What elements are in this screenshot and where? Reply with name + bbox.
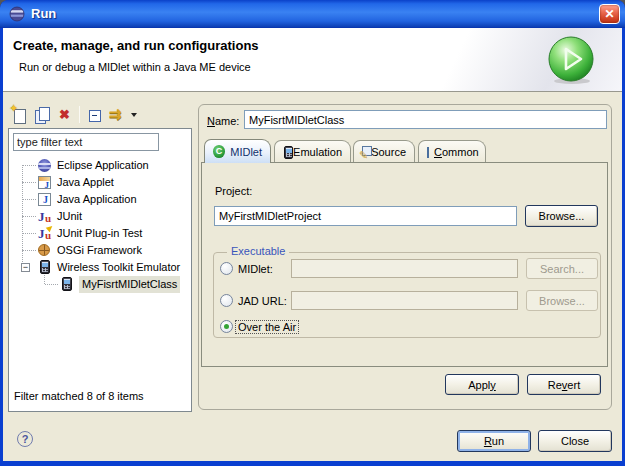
tree-connector — [22, 182, 36, 183]
duplicate-configuration-button[interactable] — [31, 105, 53, 125]
run-button[interactable]: Run — [457, 430, 531, 452]
filter-status-text: Filter matched 8 of 8 items — [14, 390, 144, 402]
eclipse-application-icon — [37, 158, 53, 173]
delete-configuration-button[interactable] — [55, 105, 77, 125]
junit-icon — [37, 209, 53, 224]
tree-connector — [22, 199, 36, 200]
tab-emulation[interactable]: Emulation — [274, 140, 351, 163]
window-title: Run — [31, 0, 56, 27]
tab-label: Emulation — [293, 146, 342, 158]
phone-icon — [59, 277, 75, 292]
midlet-icon — [213, 145, 225, 158]
close-button[interactable]: Close — [538, 430, 612, 452]
name-label: Name: — [207, 115, 239, 127]
java-application-icon — [37, 192, 53, 207]
filter-dropdown-arrow-icon[interactable] — [131, 113, 137, 117]
common-icon — [427, 147, 429, 158]
toolbar-separator — [79, 106, 80, 123]
tab-midlet[interactable]: MIDlet — [204, 139, 271, 163]
tab-label: Common — [434, 146, 479, 158]
run-banner-icon — [546, 35, 596, 85]
close-window-button[interactable]: ✕ — [599, 4, 620, 24]
tree-item-java-applet[interactable]: Java Applet — [9, 174, 191, 191]
tree-connector — [22, 216, 36, 217]
run-dialog-window: Run ✕ Create, manage, and run configurat… — [0, 0, 625, 466]
banner-header: Create, manage, and run configurations R… — [3, 28, 622, 92]
tree-item-java-application[interactable]: Java Application — [9, 191, 191, 208]
source-icon — [362, 145, 366, 159]
banner-subtitle: Run or debug a MIDlet within a Java ME d… — [19, 61, 251, 73]
tree-item-junit-plugin-test[interactable]: JUnit Plug-in Test — [9, 225, 191, 242]
filter-input[interactable] — [13, 133, 159, 151]
collapse-all-button[interactable] — [84, 105, 106, 125]
apply-button[interactable]: Apply — [445, 374, 519, 395]
banner-title: Create, manage, and run configurations — [13, 38, 259, 53]
tab-content-area — [201, 162, 608, 367]
tree-item-junit[interactable]: JUnit — [9, 208, 191, 225]
tree-connector — [22, 250, 36, 251]
tab-label: Source — [371, 146, 406, 158]
tab-source[interactable]: Source — [353, 140, 415, 163]
filter-button[interactable] — [107, 105, 129, 125]
title-bar[interactable]: Run ✕ — [0, 0, 625, 28]
tree-item-wireless-toolkit-emulator[interactable]: Wireless Toolkit Emulator — [9, 259, 191, 276]
tree-item-osgi-framework[interactable]: OSGi Framework — [9, 242, 191, 259]
tree-connector — [22, 165, 36, 166]
tab-common[interactable]: Common — [418, 140, 486, 163]
help-button[interactable]: ? — [17, 431, 33, 447]
name-input[interactable] — [244, 110, 607, 129]
tree-item-myfisrtmidletclass[interactable]: MyFisrtMIDletClass — [9, 276, 191, 293]
revert-button[interactable]: Revert — [527, 374, 601, 395]
junit-plugin-test-icon — [37, 226, 53, 241]
tree-item-eclipse-application[interactable]: Eclipse Application — [9, 157, 191, 174]
eclipse-logo-icon — [9, 6, 25, 22]
collapse-expander-icon[interactable] — [21, 263, 30, 272]
tree-connector — [45, 284, 58, 285]
java-applet-icon — [37, 175, 53, 190]
emulation-icon — [283, 145, 288, 160]
tab-label: MIDlet — [230, 146, 262, 158]
osgi-framework-icon — [37, 243, 53, 258]
phone-icon — [37, 260, 53, 275]
tree-connector — [22, 233, 36, 234]
new-configuration-button[interactable] — [8, 105, 30, 125]
